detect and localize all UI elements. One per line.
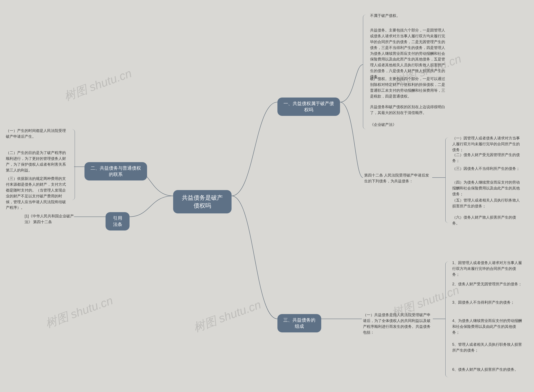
leaf-text: （三）因债务人不当得利所产生的债务； — [452, 166, 520, 172]
leaf-text: 6、债务人财产致人损害所产生的债务。 — [452, 367, 518, 373]
leaf-text: 1、因管理人或者债务人请求对方当事人履行双方均未履行完毕的合同所产生的债务； — [452, 260, 523, 278]
leaf-text: （一）产生的时间都是人民法院受理破产申请后产生。 — [6, 128, 68, 140]
leaf-text: 《企业破产法》 — [370, 122, 396, 128]
sub-label-n3: （一）共益债务是指人民法院受理破产申请后，为了全体债权人的共同利益以及破产程序顺… — [363, 312, 433, 336]
leaf-text: 5、管理人或者相关人员执行职务致人损害所产生的债务； — [452, 342, 523, 354]
branch-node-2[interactable]: 二、共益债务与普通债权的联系 — [85, 162, 147, 181]
leaf-text: 2、债务人财产受无因管理所产生的债务； — [452, 281, 522, 287]
leaf-text: 共益债务。主要包括六个部分，一是因管理人或债务人请求对方当事人履行双方均未履行完… — [370, 28, 445, 80]
leaf-text: （四）为债务人继续营业而应支付的劳动报酬和社会保险费用以及由此产生的其他债务； — [452, 180, 523, 197]
leaf-text: 不属于破产债权。 — [370, 13, 400, 19]
bracket — [445, 261, 450, 377]
branch-node-citations[interactable]: 引用法条 — [106, 212, 130, 230]
watermark: 树图 shutu.cn — [43, 293, 115, 331]
leaf-text: （五）管理人或者相关人员执行职务致人损害所产生的债务； — [452, 198, 523, 209]
branch-node-1[interactable]: 一、共益债权属于破产债权吗 — [277, 98, 340, 116]
leaf-text: （六）债务人财产致人损害所产生的债务。 — [452, 215, 523, 226]
leaf-text: （一）因管理人或者债务人请求对方当事人履行双方均未履行完毕的合同所产生的债务； — [452, 135, 523, 153]
leaf-text: （二）产生的目的是为了破产程序的顺利进行，为了更好的管理债务人财产，为了保护债权… — [6, 150, 68, 173]
leaf-text: [1]《中华人民共和国企业破产法》 第四十二条 — [25, 213, 79, 225]
bracket — [445, 138, 450, 223]
leaf-text: 3、因债务人不当得利所产生的债务； — [452, 300, 514, 306]
root-node[interactable]: 共益债务是破产债权吗 — [173, 190, 232, 213]
bracket — [363, 14, 368, 129]
leaf-text: （二）债务人财产受无因管理所产生的债务； — [452, 152, 523, 164]
sub-label-article42: 第四十二条 人民法院受理破产申请后发生的下列债务，为共益债务： — [364, 173, 432, 184]
branch-node-3[interactable]: 三、共益债务的组成 — [277, 314, 321, 332]
leaf-text: （三）依据新法的规定两种费用的支付来源都是债务人的财产，支付方式都是随时支付的。… — [6, 176, 68, 211]
leaf-text: 4、为债务人继续营业而应支付的劳动报酬和社会保险费用以及由此产生的其他债务； — [452, 318, 523, 336]
watermark: 树图 shutu.cn — [62, 65, 134, 104]
bracket — [70, 129, 75, 200]
leaf-text: 共益债务和破产债权的区别在上边说得很明白了，其最大的区别在于清偿顺序。 — [370, 104, 445, 116]
watermark: 树图 shutu.cn — [191, 297, 263, 336]
leaf-text: 破产债权。主要包括四个部分，一是可以通过别除权对特定财产行使权利的担保债权，二是… — [370, 76, 445, 99]
